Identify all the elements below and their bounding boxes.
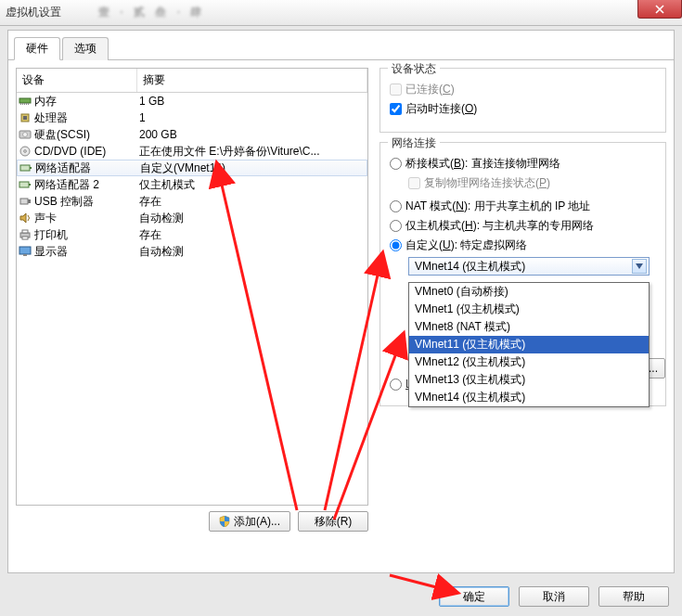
device-summary: 仅主机模式: [137, 177, 367, 193]
add-label: 添加(A)...: [234, 514, 280, 530]
bridged-radio[interactable]: [390, 158, 402, 170]
device-summary: 1 GB: [137, 95, 367, 108]
svg-rect-21: [19, 247, 31, 254]
vmnet-option[interactable]: VMnet8 (NAT 模式): [409, 318, 649, 336]
window-close-button[interactable]: [637, 0, 682, 19]
nat-label: NAT 模式(N): 用于共享主机的 IP 地址: [405, 199, 590, 214]
device-name: 内存: [34, 94, 57, 109]
device-name: 处理器: [34, 110, 68, 126]
cd-icon: [19, 146, 32, 157]
device-row[interactable]: 声卡自动检测: [17, 210, 367, 226]
device-row[interactable]: 显示器自动检测: [17, 243, 367, 260]
device-summary: 1: [137, 111, 367, 124]
svg-rect-3: [24, 103, 25, 105]
device-row[interactable]: 网络适配器 2仅主机模式: [17, 176, 367, 193]
vmnet-option[interactable]: VMnet1 (仅主机模式): [409, 301, 649, 318]
help-label: 帮助: [623, 589, 645, 605]
device-name: USB 控制器: [34, 194, 94, 210]
svg-rect-0: [19, 98, 31, 103]
device-list-header: 设备 摘要: [17, 69, 367, 93]
device-row[interactable]: 内存1 GB: [17, 93, 367, 109]
cancel-button[interactable]: 取消: [519, 586, 589, 607]
vmnet-option[interactable]: VMnet14 (仅主机模式): [409, 389, 649, 406]
dialog-button-bar: 确定 取消 帮助: [0, 586, 682, 607]
cancel-label: 取消: [543, 589, 565, 605]
vmnet-option[interactable]: VMnet0 (自动桥接): [409, 283, 649, 301]
net-icon: [19, 179, 32, 190]
svg-rect-5: [28, 103, 29, 105]
nat-radio[interactable]: [390, 200, 402, 212]
device-row[interactable]: CD/DVD (IDE)正在使用文件 E:\丹婷备份\Viture\C...: [17, 143, 367, 160]
device-row[interactable]: 网络适配器自定义(VMnet14): [17, 160, 367, 176]
usb-icon: [19, 196, 32, 207]
svg-rect-7: [23, 116, 27, 120]
svg-rect-16: [20, 199, 28, 204]
tab-hardware[interactable]: 硬件: [14, 37, 60, 60]
bridged-label: 桥接模式(B): 直接连接物理网络: [405, 156, 560, 172]
device-row[interactable]: 硬盘(SCSI)200 GB: [17, 126, 367, 143]
group-device-status: 设备状态 已连接(C) 启动时连接(O): [380, 68, 666, 133]
col-summary: 摘要: [137, 69, 367, 92]
replicate-label: 复制物理网络连接状态(P): [424, 175, 550, 191]
svg-rect-1: [20, 103, 21, 105]
device-summary: 正在使用文件 E:\丹婷备份\Viture\C...: [137, 144, 367, 160]
dialog-frame: 硬件 选项 设备 摘要 内存1 GB处理器1硬盘(SCSI)200 GBCD/D…: [7, 30, 675, 573]
device-summary: 200 GB: [137, 128, 367, 141]
svg-rect-19: [22, 230, 28, 233]
disk-icon: [19, 129, 32, 140]
svg-rect-17: [28, 199, 31, 203]
cpu-icon: [19, 112, 32, 123]
group-network-connection: 网络连接 桥接模式(B): 直接连接物理网络 复制物理网络连接状态(P) NAT…: [380, 142, 666, 406]
device-name: CD/DVD (IDE): [34, 145, 106, 158]
vmnet-combobox[interactable]: VMnet14 (仅主机模式): [408, 257, 650, 276]
printer-icon: [19, 229, 32, 240]
custom-label: 自定义(U): 特定虚拟网络: [405, 237, 527, 253]
hostonly-radio[interactable]: [390, 220, 402, 232]
legend-network-connection: 网络连接: [388, 135, 440, 151]
memory-icon: [19, 96, 32, 107]
sound-icon: [19, 212, 32, 224]
hostonly-label: 仅主机模式(H): 与主机共享的专用网络: [405, 218, 594, 234]
device-name: 打印机: [34, 227, 68, 243]
window-title: 虚拟机设置: [6, 5, 61, 20]
col-device: 设备: [17, 69, 137, 92]
replicate-checkbox: [408, 177, 420, 189]
device-name: 硬盘(SCSI): [34, 127, 90, 143]
remove-button[interactable]: 移除(R): [298, 511, 368, 532]
svg-rect-14: [19, 182, 29, 187]
left-pane: 设备 摘要 内存1 GB处理器1硬盘(SCSI)200 GBCD/DVD (ID…: [16, 68, 368, 537]
connect-at-poweron-checkbox[interactable]: [390, 103, 402, 115]
remove-label: 移除(R): [315, 514, 353, 530]
svg-rect-15: [29, 184, 31, 186]
svg-rect-20: [22, 237, 28, 239]
device-name: 网络适配器: [35, 160, 91, 176]
device-name: 显示器: [34, 244, 68, 260]
svg-rect-4: [26, 103, 27, 105]
right-pane: 设备状态 已连接(C) 启动时连接(O) 网络连接: [380, 68, 666, 537]
device-row[interactable]: 处理器1: [17, 109, 367, 126]
device-list[interactable]: 设备 摘要 内存1 GB处理器1硬盘(SCSI)200 GBCD/DVD (ID…: [16, 68, 368, 506]
help-button[interactable]: 帮助: [598, 586, 669, 607]
vmnet-dropdown[interactable]: VMnet0 (自动桥接)VMnet1 (仅主机模式)VMnet8 (NAT 模…: [408, 282, 650, 407]
vmnet-option[interactable]: VMnet12 (仅主机模式): [409, 353, 649, 371]
lan-segment-radio[interactable]: [390, 379, 402, 391]
display-icon: [19, 246, 32, 257]
svg-rect-13: [30, 167, 32, 169]
blurred-background: 壹 · 贰 叁 · 肆: [98, 5, 205, 20]
close-icon: [655, 5, 664, 14]
vmnet-option[interactable]: VMnet13 (仅主机模式): [409, 371, 649, 389]
device-row[interactable]: USB 控制器存在: [17, 193, 367, 210]
device-summary: 存在: [137, 227, 367, 243]
add-button[interactable]: 添加(A)...: [209, 511, 290, 532]
ok-button[interactable]: 确定: [439, 586, 509, 607]
tab-options[interactable]: 选项: [62, 37, 109, 60]
chevron-down-icon: [632, 259, 647, 274]
device-name: 网络适配器 2: [34, 177, 99, 193]
legend-device-status: 设备状态: [388, 61, 440, 77]
vmnet-selected: VMnet14 (仅主机模式): [415, 259, 525, 275]
device-row[interactable]: 打印机存在: [17, 226, 367, 243]
custom-radio[interactable]: [390, 239, 402, 251]
tab-bar: 硬件 选项: [8, 31, 674, 60]
vmnet-option[interactable]: VMnet11 (仅主机模式): [409, 336, 649, 353]
connected-label: 已连接(C): [405, 82, 455, 97]
